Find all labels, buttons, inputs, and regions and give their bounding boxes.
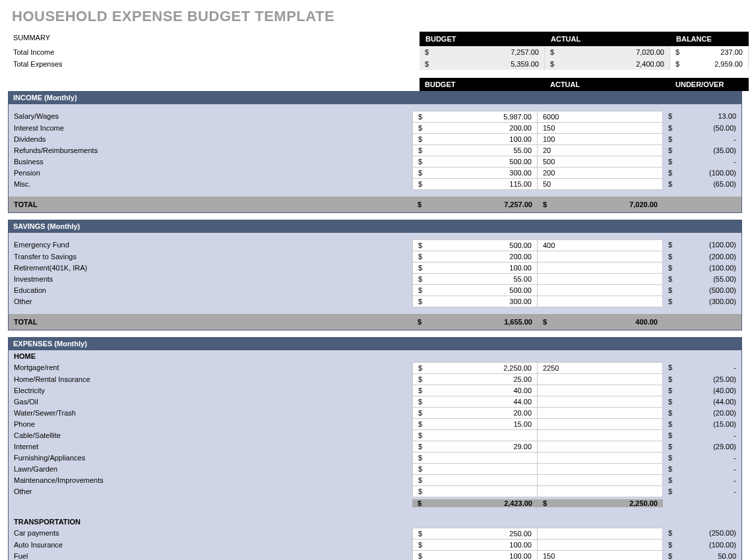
- transport-subheader: TRANSPORTATION: [9, 516, 741, 528]
- line-label: Retirement(401K, IRA): [9, 263, 412, 274]
- actual-cell[interactable]: 50: [538, 179, 663, 190]
- line-label: Other: [9, 296, 412, 307]
- actual-cell[interactable]: [538, 396, 663, 408]
- budget-cell[interactable]: $: [412, 486, 538, 497]
- budget-cell[interactable]: $100.00: [412, 551, 538, 560]
- budget-cell[interactable]: $20.00: [412, 408, 538, 419]
- budget-cell[interactable]: $300.00: [412, 168, 538, 179]
- budget-cell[interactable]: $500.00: [412, 239, 538, 251]
- budget-cell[interactable]: $15.00: [412, 419, 538, 430]
- diff-cell: $(100.00): [663, 263, 741, 274]
- savings-header: SAVINGS (Monthly): [8, 220, 742, 233]
- summary-cell[interactable]: $7,020.00: [545, 46, 670, 58]
- line-label: Interest Income: [9, 123, 412, 134]
- line-item: Fuel$100.00150$50.00: [9, 551, 741, 560]
- diff-cell: $(100.00): [663, 168, 741, 179]
- income-section: INCOME (Monthly) Salary/Wages$5,987.0060…: [8, 91, 742, 213]
- budget-cell[interactable]: $: [412, 452, 538, 464]
- actual-cell[interactable]: [538, 419, 663, 430]
- actual-cell[interactable]: [538, 540, 663, 551]
- budget-cell[interactable]: $100.00: [412, 134, 538, 145]
- line-label: Salary/Wages: [9, 111, 412, 123]
- line-label: Internet: [9, 441, 412, 452]
- budget-cell[interactable]: $55.00: [412, 274, 538, 285]
- budget-cell[interactable]: $40.00: [412, 385, 538, 396]
- actual-cell[interactable]: 100: [538, 134, 663, 145]
- actual-cell[interactable]: [538, 464, 663, 475]
- actual-cell[interactable]: [538, 296, 663, 307]
- line-label: Refunds/Reimbursements: [9, 145, 412, 156]
- line-label: Emergency Fund: [9, 239, 412, 251]
- line-item: Other$$-: [9, 486, 741, 497]
- budget-cell[interactable]: $: [412, 430, 538, 441]
- actual-cell[interactable]: [538, 274, 663, 285]
- page-title: HOUSEHOLD EXPENSE BUDGET TEMPLATE: [12, 8, 742, 25]
- line-item: Other$300.00$(300.00): [9, 296, 741, 307]
- budget-cell[interactable]: $300.00: [412, 296, 538, 307]
- expenses-section: EXPENSES (Monthly) HOME Mortgage/rent$2,…: [8, 337, 742, 560]
- actual-cell[interactable]: 200: [538, 168, 663, 179]
- line-item: Transfer to Savings$200.00$(200.00): [9, 251, 741, 263]
- actual-cell[interactable]: 150: [538, 551, 663, 560]
- budget-cell[interactable]: $100.00: [412, 263, 538, 274]
- actual-cell[interactable]: 150: [538, 123, 663, 134]
- budget-cell[interactable]: $500.00: [412, 285, 538, 296]
- actual-cell[interactable]: 500: [538, 156, 663, 168]
- budget-cell[interactable]: $250.00: [412, 528, 538, 540]
- line-item: Interest Income$200.00150$(50.00): [9, 123, 741, 134]
- budget-cell[interactable]: $500.00: [412, 156, 538, 168]
- summary-cell[interactable]: $7,257.00: [420, 46, 545, 58]
- budget-cell[interactable]: $2,250.00: [412, 362, 538, 374]
- budget-cell[interactable]: $100.00: [412, 540, 538, 551]
- actual-cell[interactable]: [538, 452, 663, 464]
- budget-cell[interactable]: $44.00: [412, 396, 538, 408]
- line-label: Education: [9, 285, 412, 296]
- budget-cell[interactable]: $25.00: [412, 374, 538, 385]
- line-label: Phone: [9, 419, 412, 430]
- actual-cell[interactable]: 6000: [538, 111, 663, 123]
- actual-cell[interactable]: [538, 251, 663, 263]
- diff-cell: $13.00: [663, 111, 741, 123]
- budget-cell[interactable]: $5,987.00: [412, 111, 538, 123]
- line-item: Education$500.00$(500.00): [9, 285, 741, 296]
- line-item: Investments$55.00$(55.00): [9, 274, 741, 285]
- actual-cell[interactable]: [538, 408, 663, 419]
- summary-cell[interactable]: $5,359.00: [420, 58, 545, 70]
- budget-cell[interactable]: $: [412, 475, 538, 486]
- line-item: Retirement(401K, IRA)$100.00$(100.00): [9, 263, 741, 274]
- diff-cell: $(20.00): [663, 408, 741, 419]
- line-label: Water/Sewer/Trash: [9, 408, 412, 419]
- actual-cell[interactable]: [538, 486, 663, 497]
- actual-cell[interactable]: [538, 441, 663, 452]
- line-item: Auto Insurance$100.00$(100.00): [9, 540, 741, 551]
- actual-cell[interactable]: 2250: [538, 362, 663, 374]
- actual-cell[interactable]: [538, 475, 663, 486]
- section-column-headers: BUDGET ACTUAL UNDER/OVER: [8, 78, 742, 91]
- budget-cell[interactable]: $: [412, 464, 538, 475]
- line-label: Misc.: [9, 179, 412, 190]
- actual-cell[interactable]: 20: [538, 145, 663, 156]
- line-item: Electricity$40.00$(40.00): [9, 385, 741, 396]
- actual-cell[interactable]: [538, 263, 663, 274]
- home-subheader: HOME: [9, 350, 741, 362]
- actual-cell[interactable]: [538, 374, 663, 385]
- summary-cell[interactable]: $2,400.00: [545, 58, 670, 70]
- budget-cell[interactable]: $29.00: [412, 441, 538, 452]
- actual-cell[interactable]: [538, 285, 663, 296]
- budget-cell[interactable]: $200.00: [412, 251, 538, 263]
- actual-cell[interactable]: [538, 430, 663, 441]
- budget-cell[interactable]: $200.00: [412, 123, 538, 134]
- line-item: Water/Sewer/Trash$20.00$(20.00): [9, 408, 741, 419]
- line-label: Electricity: [9, 385, 412, 396]
- budget-cell[interactable]: $115.00: [412, 179, 538, 190]
- actual-cell[interactable]: [538, 385, 663, 396]
- actual-cell[interactable]: 400: [538, 239, 663, 251]
- summary-heading: SUMMARY: [8, 32, 420, 46]
- actual-cell[interactable]: [538, 528, 663, 540]
- line-item: Salary/Wages$5,987.006000$13.00: [9, 111, 741, 123]
- col-actual: ACTUAL: [545, 78, 670, 91]
- line-item: Car payments$250.00$(250.00): [9, 528, 741, 540]
- line-item: Gas/Oil$44.00$(44.00): [9, 396, 741, 408]
- line-label: Home/Rental Insurance: [9, 374, 412, 385]
- budget-cell[interactable]: $55.00: [412, 145, 538, 156]
